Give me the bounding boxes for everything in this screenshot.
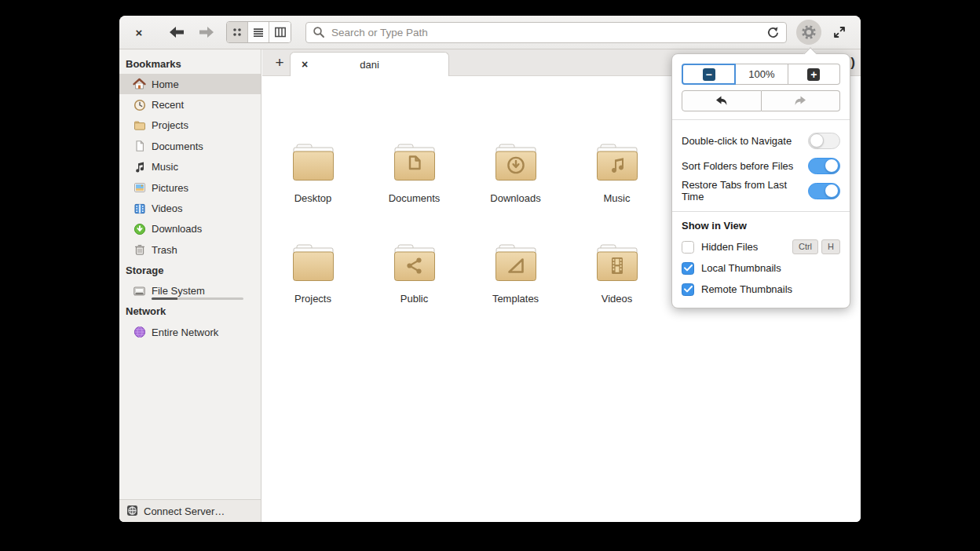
popover-back-button[interactable] — [682, 90, 762, 111]
refresh-icon[interactable] — [766, 26, 780, 39]
keycap: H — [821, 239, 840, 254]
file-item-documents[interactable]: Documents — [364, 144, 465, 244]
toggle-switch[interactable] — [808, 133, 840, 149]
zoom-in-icon: + — [807, 68, 820, 81]
file-item-projects[interactable]: Projects — [262, 244, 364, 345]
toggle-label: Double-click to Navigate — [682, 135, 808, 147]
zoom-level: 100% — [736, 64, 788, 85]
file-item-public[interactable]: Public — [364, 244, 465, 345]
check-row-remote-thumbnails: Remote Thumbnails — [682, 279, 840, 300]
folder-icon — [595, 144, 639, 184]
file-item-music[interactable]: Music — [566, 144, 667, 244]
folder-icon — [494, 144, 538, 184]
toggle-switch[interactable] — [808, 158, 840, 174]
toggle-row-restore-tabs-from-last-time: Restore Tabs from Last Time — [682, 178, 840, 203]
settings-gear-button[interactable] — [796, 20, 821, 45]
file-manager-window: × BookmarksHomeRecentProjectsDocumentsMu… — [119, 16, 861, 522]
grid-view-icon — [231, 26, 243, 38]
sidebar-item-projects[interactable]: Projects — [119, 115, 261, 136]
sidebar-item-label: Recent — [152, 99, 184, 111]
window-close-button[interactable]: × — [130, 26, 148, 39]
file-item-downloads[interactable]: Downloads — [465, 144, 566, 244]
restore-closed-tabs-icon[interactable]: ) — [850, 55, 855, 71]
file-label: Desktop — [294, 192, 332, 204]
sidebar-section-network: Network — [119, 301, 261, 322]
music-icon — [133, 160, 146, 173]
sidebar-item-label: Trash — [152, 244, 177, 256]
keycap: Ctrl — [792, 239, 818, 254]
zoom-out-button[interactable]: − — [682, 64, 736, 85]
connect-server-button[interactable]: Connect Server… — [119, 499, 261, 522]
popover-forward-button[interactable] — [762, 90, 841, 111]
folder-icon — [595, 244, 639, 285]
folder-icon — [291, 144, 335, 184]
sidebar-item-recent[interactable]: Recent — [119, 94, 261, 115]
separator — [672, 211, 850, 212]
toggle-switch[interactable] — [808, 183, 840, 199]
file-label: Documents — [389, 192, 441, 204]
new-tab-button[interactable]: + — [269, 53, 290, 73]
checkbox-unchecked[interactable] — [682, 241, 694, 254]
sidebar-item-music[interactable]: Music — [119, 157, 261, 177]
document-icon — [133, 140, 146, 153]
sidebar-item-label: Downloads — [152, 223, 202, 235]
sidebar-item-documents[interactable]: Documents — [119, 136, 261, 156]
toggle-row-double-click-to-navigate: Double-click to Navigate — [682, 128, 840, 153]
column-view-button[interactable] — [269, 22, 291, 42]
list-view-button[interactable] — [248, 22, 269, 42]
search-bar[interactable] — [305, 22, 787, 43]
popover-pointer — [803, 47, 817, 54]
sidebar-item-home[interactable]: Home — [119, 74, 261, 94]
sidebar-section-bookmarks: Bookmarks — [119, 53, 261, 74]
file-label: Projects — [294, 293, 331, 305]
search-input[interactable] — [330, 26, 766, 39]
folder-icon — [133, 119, 146, 132]
history-control — [682, 90, 840, 111]
sidebar-item-entire-network[interactable]: Entire Network — [119, 322, 261, 342]
sidebar-item-videos[interactable]: Videos — [119, 198, 261, 218]
zoom-out-icon: − — [703, 68, 715, 81]
settings-popover: − 100% + Double-click to NavigateSort Fo… — [671, 53, 850, 308]
view-switcher — [226, 21, 291, 43]
sidebar-item-pictures[interactable]: Pictures — [119, 177, 261, 198]
zoom-in-button[interactable]: + — [788, 64, 840, 85]
switch-knob — [825, 159, 839, 173]
list-view-icon — [252, 26, 265, 38]
videos-icon — [133, 202, 146, 215]
network-icon — [133, 326, 146, 339]
pictures-icon — [133, 181, 146, 195]
check-label: Remote Thumbnails — [701, 283, 840, 295]
folder-icon — [393, 144, 437, 184]
toggle-label: Sort Folders before Files — [682, 160, 808, 172]
back-button[interactable] — [166, 22, 187, 42]
folder-icon — [393, 244, 437, 285]
recent-icon — [133, 98, 146, 111]
checkbox-checked[interactable] — [682, 283, 694, 296]
sidebar-item-downloads[interactable]: Downloads — [119, 219, 261, 239]
server-icon — [126, 505, 139, 517]
sidebar-item-file-system[interactable]: File System — [119, 281, 261, 301]
forward-button[interactable] — [196, 22, 217, 42]
drive-icon — [133, 284, 146, 297]
tab-close-icon[interactable]: × — [302, 58, 314, 71]
folder-icon — [291, 244, 335, 285]
file-item-desktop[interactable]: Desktop — [262, 144, 364, 244]
sidebar-item-trash[interactable]: Trash — [119, 239, 261, 260]
toggle-label: Restore Tabs from Last Time — [682, 179, 808, 203]
tab-title: dani — [314, 59, 448, 71]
sidebar-item-label: Documents — [152, 140, 203, 152]
checkbox-checked[interactable] — [682, 262, 694, 275]
tab-dani[interactable]: × dani — [290, 52, 449, 76]
file-label: Downloads — [490, 192, 540, 204]
file-item-templates[interactable]: Templates — [465, 244, 566, 345]
separator — [672, 119, 850, 120]
show-in-view-header: Show in View — [682, 220, 840, 232]
check-row-hidden-files: Hidden FilesCtrlH — [682, 236, 840, 257]
check-row-local-thumbnails: Local Thumbnails — [682, 257, 840, 279]
switch-knob — [825, 184, 839, 198]
column-view-icon — [274, 26, 287, 38]
grid-view-button[interactable] — [227, 22, 248, 42]
sidebar-item-label: Entire Network — [152, 327, 218, 338]
file-item-videos[interactable]: Videos — [566, 244, 667, 345]
fullscreen-button[interactable] — [829, 22, 850, 42]
